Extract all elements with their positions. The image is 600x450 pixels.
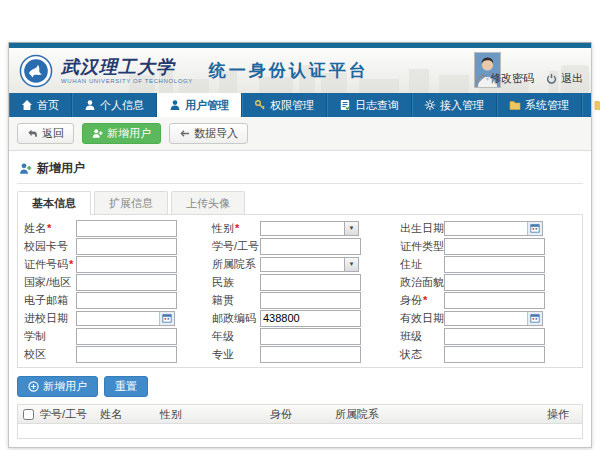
calendar-icon[interactable] [159, 312, 174, 325]
university-subtitle: WUHAN UNIVERSITY OF TECHNOLOGY [61, 78, 193, 84]
nav-tab-home[interactable]: 首页 [9, 93, 72, 117]
id-number-input[interactable] [76, 256, 177, 273]
name-label: 姓名* [20, 221, 76, 236]
valid-date-input[interactable] [444, 311, 543, 326]
nav-tab-permission-management[interactable]: 权限管理 [242, 93, 327, 117]
reset-button[interactable]: 重置 [104, 376, 148, 397]
field-country: 国家/地区 [20, 274, 208, 291]
field-campus-card: 校园卡号 [20, 238, 208, 255]
name-input[interactable] [76, 220, 177, 237]
campus-card-input[interactable] [76, 238, 177, 255]
tab-label: 扩展信息 [109, 197, 153, 209]
nav-tab-system-management[interactable]: 系统管理 [497, 93, 582, 117]
native-place-input[interactable] [260, 292, 361, 309]
app-header: 武汉理工大学 WUHAN UNIVERSITY OF TECHNOLOGY 统一… [9, 48, 591, 93]
field-political-status: 政治面貌 [396, 274, 584, 291]
main-nav: 首页 个人信息 用户管理 权限管理 日志查询 接入管理 系统管理 订阅管理 [9, 93, 591, 117]
calendar-icon[interactable] [527, 222, 542, 235]
data-import-button[interactable]: 数据导入 [169, 123, 248, 144]
log-icon [339, 99, 351, 111]
field-class: 班级 [396, 328, 584, 345]
identity-input[interactable] [444, 292, 545, 309]
campus-label: 校区 [20, 347, 76, 362]
email-input[interactable] [76, 292, 177, 309]
nav-tab-label: 用户管理 [185, 98, 229, 113]
nav-tab-user-management[interactable]: 用户管理 [157, 93, 242, 117]
logout-label: 退出 [561, 71, 583, 86]
add-user-toolbar-button[interactable]: 新增用户 [82, 123, 161, 144]
field-ethnicity: 民族 [208, 274, 396, 291]
add-user-toolbar-label: 新增用户 [107, 127, 151, 140]
political-status-label: 政治面貌 [396, 275, 444, 290]
power-icon [546, 73, 557, 84]
id-type-input[interactable] [444, 238, 545, 255]
change-password-label: 修改密码 [490, 71, 534, 86]
status-input[interactable] [444, 346, 545, 363]
political-status-input[interactable] [444, 274, 545, 291]
entry-date-input[interactable] [76, 311, 175, 326]
valid-date-label: 有效日期 [396, 311, 444, 326]
field-postal-code: 邮政编码 [208, 310, 396, 327]
email-label: 电子邮箱 [20, 293, 76, 308]
tab-upload-avatar[interactable]: 上传头像 [171, 191, 245, 214]
form-row: 进校日期 邮政编码 有效日期 [20, 309, 582, 327]
nav-tab-access-management[interactable]: 接入管理 [412, 93, 497, 117]
major-input[interactable] [260, 346, 361, 363]
tab-basic-info[interactable]: 基本信息 [17, 191, 91, 215]
field-email: 电子邮箱 [20, 292, 208, 309]
campus-card-label: 校园卡号 [20, 239, 76, 254]
field-major: 专业 [208, 346, 396, 363]
field-name: 姓名* [20, 220, 208, 237]
id-number-label: 证件号码* [20, 257, 76, 272]
pencil-icon [475, 73, 486, 84]
logout-link[interactable]: 退出 [546, 71, 583, 86]
nav-tab-subscription-management[interactable]: 订阅管理 [582, 93, 600, 117]
section-title-bar: 新增用户 [17, 156, 583, 184]
nav-tab-label: 接入管理 [440, 98, 484, 113]
class-input[interactable] [444, 328, 545, 345]
field-status: 状态 [396, 346, 584, 363]
plus-circle-icon [28, 381, 39, 392]
country-label: 国家/地区 [20, 275, 76, 290]
add-user-submit-label: 新增用户 [43, 380, 87, 393]
nav-tab-label: 权限管理 [270, 98, 314, 113]
address-input[interactable] [444, 256, 545, 273]
department-select[interactable]: ▼ [260, 257, 359, 272]
back-button[interactable]: 返回 [17, 123, 74, 144]
form-row: 校园卡号 学号/工号* 证件类型* [20, 237, 582, 255]
tab-extended-info[interactable]: 扩展信息 [94, 191, 168, 214]
change-password-link[interactable]: 修改密码 [475, 71, 534, 86]
field-id-type: 证件类型* [396, 238, 584, 255]
university-logo [19, 54, 53, 88]
status-label: 状态 [396, 347, 444, 362]
select-all-checkbox[interactable] [23, 409, 34, 420]
gender-select[interactable]: ▼ [260, 221, 359, 236]
field-valid-date: 有效日期 [396, 311, 584, 326]
folder-icon [594, 99, 600, 111]
calendar-icon[interactable] [527, 312, 542, 325]
add-user-icon [92, 128, 103, 139]
app-window: 武汉理工大学 WUHAN UNIVERSITY OF TECHNOLOGY 统一… [8, 42, 592, 448]
study-length-input[interactable] [76, 328, 177, 345]
nav-tab-personal-info[interactable]: 个人信息 [72, 93, 157, 117]
nav-tab-label: 系统管理 [525, 98, 569, 113]
reset-label: 重置 [115, 380, 137, 393]
university-name: 武汉理工大学 [61, 58, 193, 76]
grade-input[interactable] [260, 328, 361, 345]
entry-date-label: 进校日期 [20, 311, 76, 326]
form-row: 姓名* 性别* ▼ 出生日期 [20, 219, 582, 237]
required-asterisk: * [69, 258, 73, 270]
country-input[interactable] [76, 274, 177, 291]
id-type-label: 证件类型* [396, 239, 444, 254]
add-user-submit-button[interactable]: 新增用户 [17, 376, 98, 397]
nav-tab-log-query[interactable]: 日志查询 [327, 93, 412, 117]
ethnicity-input[interactable] [260, 274, 361, 291]
postal-code-input[interactable] [260, 310, 361, 327]
col-header-identity: 身份 [268, 407, 333, 422]
campus-input[interactable] [76, 346, 177, 363]
birth-date-input[interactable] [444, 221, 543, 236]
student-id-input[interactable] [260, 238, 361, 255]
import-icon [179, 128, 190, 139]
field-department: 所属院系 ▼ [208, 257, 396, 272]
field-entry-date: 进校日期 [20, 311, 208, 326]
